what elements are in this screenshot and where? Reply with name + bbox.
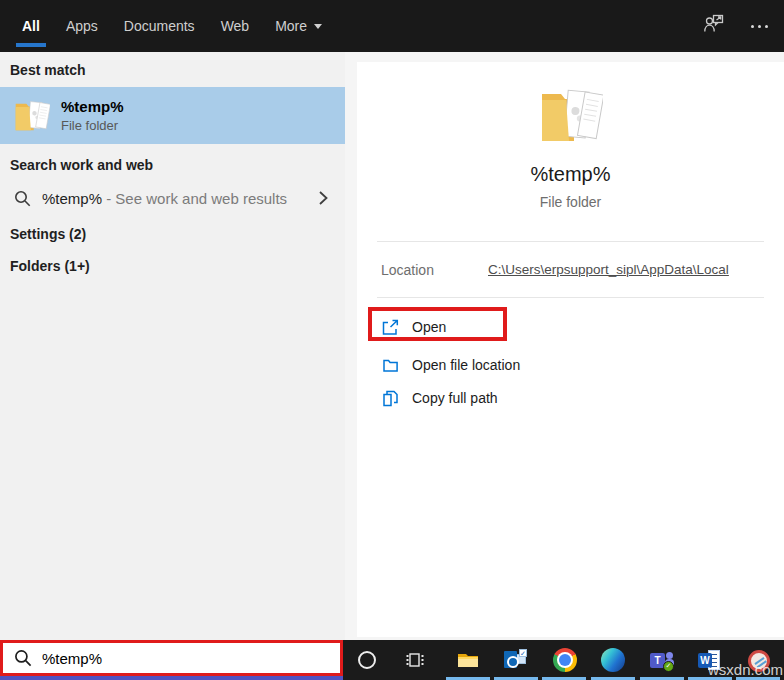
tab-all[interactable]: All [16,0,46,52]
folder-icon-large [539,86,603,144]
best-match-title: %temp% [61,98,124,115]
edge-icon[interactable] [601,648,625,672]
folders-group-header[interactable]: Folders (1+) [10,258,90,274]
action-open-file-location[interactable]: Open file location [382,353,520,377]
outlook-icon[interactable]: ✓ [504,648,528,672]
chevron-right-icon[interactable] [318,190,329,206]
action-open-file-location-label: Open file location [412,357,520,373]
web-search-result[interactable]: %temp% - See work and web results [0,181,345,215]
outlook-tile [504,651,517,668]
search-input[interactable] [42,650,340,667]
tab-more-label: More [275,18,307,34]
open-icon [382,319,399,336]
watermark: wsxdn.com [708,661,783,678]
chrome-icon[interactable] [553,648,577,672]
task-view-icon[interactable] [405,650,425,670]
chevron-down-icon [314,24,322,29]
ellipsis-icon[interactable] [751,25,768,28]
search-work-web-header: Search work and web [10,157,153,173]
feedback-person-icon[interactable] [703,12,727,40]
file-explorer-icon[interactable] [456,648,480,672]
action-open-label: Open [412,319,446,335]
web-suffix: - See work and web results [102,190,287,207]
windows-search-panel: All Apps Documents Web More [0,0,784,680]
tab-apps[interactable]: Apps [60,0,104,52]
tab-more[interactable]: More [269,0,328,52]
best-match-header: Best match [10,62,85,78]
action-copy-full-path-label: Copy full path [412,390,498,406]
filter-tabs: All Apps Documents Web More [16,0,342,52]
tab-apps-label: Apps [66,18,98,34]
action-copy-full-path[interactable]: Copy full path [382,386,498,410]
tab-documents-label: Documents [124,18,195,34]
open-file-location-icon [382,357,399,374]
search-box-bottom-strip [0,676,343,680]
folder-icon [14,99,50,132]
copy-icon [382,390,399,407]
best-match-subtitle: File folder [61,118,124,133]
preview-title: %temp% [357,163,784,186]
tab-all-label: All [22,18,40,34]
divider [377,241,764,242]
cortana-icon[interactable] [358,651,376,669]
preview-panel: %temp% File folder Location C:\Users\erp… [345,52,784,640]
search-icon [14,190,31,207]
divider [377,297,764,298]
outlook-check: ✓ [519,649,527,657]
teams-status-check: ✓ [663,661,674,672]
tab-web[interactable]: Web [215,0,256,52]
location-link[interactable]: C:\Users\erpsupport_sipl\AppData\Local [488,262,729,277]
web-query: %temp% [42,190,102,207]
tab-web-label: Web [221,18,250,34]
results-panel: Best match %temp% File folder Search wor… [0,52,345,640]
search-filter-bar: All Apps Documents Web More [0,0,784,52]
best-match-result[interactable]: %temp% File folder [0,87,345,144]
preview-subtitle: File folder [357,194,784,210]
teams-person [666,652,673,659]
search-icon [14,649,32,667]
settings-group-header[interactable]: Settings (2) [10,226,86,242]
teams-icon[interactable]: T ✓ [650,648,674,672]
location-label: Location [381,262,434,278]
taskbar-search-box[interactable] [0,640,343,676]
preview-card: %temp% File folder Location C:\Users\erp… [357,62,784,637]
tab-documents[interactable]: Documents [118,0,201,52]
action-open[interactable]: Open [382,315,446,339]
